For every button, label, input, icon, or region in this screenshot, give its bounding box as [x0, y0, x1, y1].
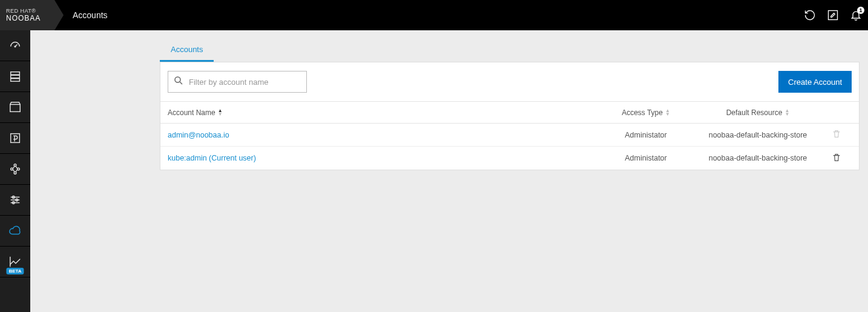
- svg-rect-7: [11, 134, 20, 143]
- column-name-label: Account Name: [168, 108, 215, 117]
- sidebar-item-dashboard[interactable]: [0, 30, 30, 61]
- svg-line-20: [180, 82, 182, 84]
- notifications-icon[interactable]: 1: [850, 9, 862, 21]
- column-header-name[interactable]: Account Name ▲▼: [168, 108, 597, 117]
- accounts-panel: Create Account Account Name ▲▼ Access Ty…: [160, 62, 860, 170]
- sort-icon: ▲▼: [665, 109, 670, 116]
- row-action-cell: [821, 129, 852, 141]
- column-header-access[interactable]: Access Type ▲▼: [597, 108, 694, 117]
- account-name-cell: admin@noobaa.io: [168, 131, 597, 139]
- default-resource-cell: noobaa-default-backing-store: [694, 154, 821, 162]
- sidebar-item-settings[interactable]: [0, 185, 30, 216]
- sort-icon: ▲▼: [218, 109, 223, 116]
- access-type-cell: Administator: [597, 131, 694, 139]
- row-action-cell: [821, 153, 852, 164]
- brand-line2: NOOBAA: [6, 14, 41, 22]
- delete-icon: [832, 129, 841, 141]
- tab-accounts[interactable]: Accounts: [160, 39, 214, 62]
- create-account-button[interactable]: Create Account: [778, 71, 852, 93]
- beta-badge: BETA: [6, 268, 24, 274]
- svg-rect-4: [11, 75, 20, 78]
- svg-rect-6: [10, 104, 21, 111]
- tab-label: Accounts: [171, 45, 203, 54]
- top-bar: RED HAT® NOOBAA Accounts 1: [0, 0, 868, 30]
- table-header: Account Name ▲▼ Access Type ▲▼ Default R…: [160, 102, 859, 124]
- access-type-cell: Administator: [597, 154, 694, 162]
- svg-rect-0: [829, 11, 838, 20]
- edit-icon[interactable]: [827, 9, 839, 21]
- svg-rect-3: [11, 72, 20, 75]
- sidebar-item-buckets[interactable]: [0, 92, 30, 123]
- tab-bar: Accounts: [160, 30, 860, 62]
- sidebar-item-pool[interactable]: [0, 154, 30, 185]
- main-area: Accounts Create Account Account Name ▲▼: [30, 30, 868, 312]
- svg-point-10: [14, 164, 16, 167]
- sidebar-item-analytics[interactable]: BETA: [0, 247, 30, 277]
- column-resource-label: Default Resource: [726, 108, 783, 117]
- brand-logo: RED HAT® NOOBAA: [0, 0, 54, 30]
- account-link[interactable]: admin@noobaa.io: [168, 131, 229, 139]
- default-resource-cell: noobaa-default-backing-store: [694, 131, 821, 139]
- brand-line1: RED HAT®: [6, 8, 36, 14]
- search-input[interactable]: [189, 71, 298, 92]
- search-icon: [168, 75, 189, 88]
- svg-point-19: [175, 77, 180, 82]
- delete-icon[interactable]: [832, 153, 841, 164]
- search-wrap: [168, 71, 307, 93]
- refresh-icon[interactable]: [804, 9, 816, 21]
- sidebar-item-functions[interactable]: [0, 123, 30, 154]
- column-header-resource[interactable]: Default Resource ▲▼: [694, 108, 821, 117]
- content-wrap: Accounts Create Account Account Name ▲▼: [160, 30, 860, 170]
- sidebar-item-cloud[interactable]: [0, 216, 30, 247]
- table-row: admin@noobaa.io Administator noobaa-defa…: [160, 124, 859, 147]
- svg-point-8: [11, 168, 13, 170]
- sort-icon: ▲▼: [784, 109, 789, 116]
- sidebar: BETA: [0, 30, 30, 312]
- sidebar-item-resources[interactable]: [0, 61, 30, 92]
- panel-toolbar: Create Account: [160, 62, 859, 102]
- table-row: kube:admin (Current user) Administator n…: [160, 147, 859, 170]
- column-access-label: Access Type: [622, 108, 663, 117]
- account-link[interactable]: kube:admin (Current user): [168, 154, 256, 162]
- svg-point-9: [18, 168, 20, 170]
- svg-point-11: [14, 172, 16, 174]
- topbar-actions: 1: [804, 0, 862, 30]
- notification-badge: 1: [857, 7, 864, 14]
- account-name-cell: kube:admin (Current user): [168, 154, 597, 162]
- page-title: Accounts: [73, 10, 108, 20]
- svg-rect-5: [11, 79, 20, 82]
